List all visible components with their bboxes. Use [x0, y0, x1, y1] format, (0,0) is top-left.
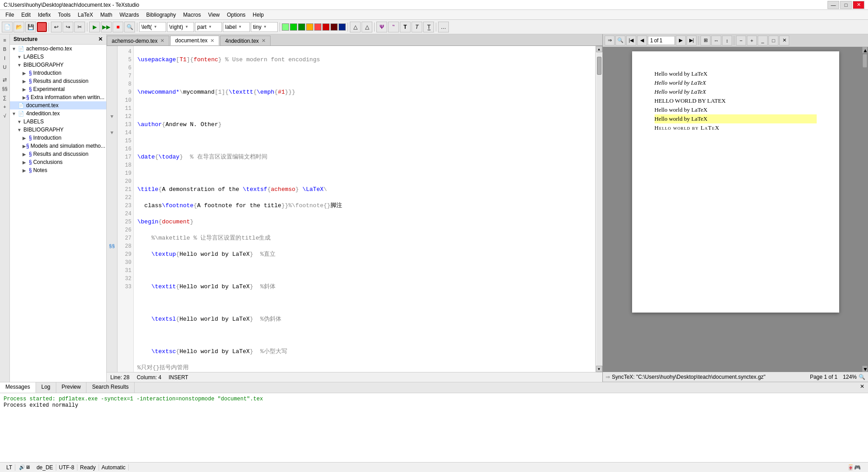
left-icon-2[interactable]: B	[1, 45, 9, 53]
tree-item-intro2[interactable]: ▶ § Introduction	[10, 134, 106, 142]
color1[interactable]	[282, 23, 289, 31]
tree-item-bibliography2[interactable]: ▼ BIBLIOGRAPHY	[10, 126, 106, 134]
nav-prev-btn[interactable]: ◀	[637, 36, 647, 45]
tri2[interactable]: △	[362, 22, 372, 32]
tree-item-models[interactable]: ▶ § Models and simulation metho...	[10, 142, 106, 150]
fold-24[interactable]	[108, 210, 117, 218]
nav-last-btn[interactable]: ▶|	[687, 36, 696, 45]
tree-item-document[interactable]: 📄 document.tex	[10, 101, 106, 109]
fold-26[interactable]	[108, 226, 117, 234]
zoom-in-btn[interactable]: 🔍	[615, 36, 625, 45]
fold-11[interactable]	[108, 104, 117, 113]
size-dropdown[interactable]: tiny	[251, 22, 278, 32]
fold-32[interactable]	[108, 275, 117, 283]
menu-latex[interactable]: LaTeX	[74, 11, 97, 19]
text-btn[interactable]: T	[400, 22, 411, 32]
structure-close[interactable]: ✕	[98, 36, 103, 42]
menu-math[interactable]: Math	[97, 11, 116, 19]
tree-item-extra[interactable]: ▶ § Extra information when writin...	[10, 93, 106, 101]
menu-view[interactable]: View	[204, 11, 223, 19]
messages-close-button[interactable]: ✕	[856, 382, 868, 393]
left-icon-6[interactable]: §§	[1, 85, 9, 93]
save-button[interactable]: 💾	[25, 22, 36, 32]
tree-item-experimental[interactable]: ▶ § Experimental	[10, 85, 106, 93]
text2-btn[interactable]: T	[411, 22, 422, 32]
msg-tab-messages[interactable]: Messages	[0, 382, 36, 393]
fold-30[interactable]	[108, 259, 117, 267]
menu-edit[interactable]: Edit	[18, 11, 34, 19]
menu-options[interactable]: Options	[223, 11, 249, 19]
right-scrollbar[interactable]: ▲ ▼	[595, 46, 602, 372]
left-icon-5[interactable]: ⇄	[1, 76, 9, 84]
view-fit-btn[interactable]: ⊞	[701, 36, 710, 45]
fold-6[interactable]	[108, 64, 117, 72]
win-max-btn[interactable]: □	[769, 36, 778, 45]
fold-13[interactable]	[108, 121, 117, 129]
fold-29[interactable]	[108, 250, 117, 259]
fold-22[interactable]	[108, 194, 117, 202]
cut-button[interactable]: ✂	[74, 22, 85, 32]
tree-item-intro1[interactable]: ▶ § Introduction	[10, 69, 106, 77]
tab-achemso-close[interactable]: ✕	[160, 38, 164, 44]
fold-23[interactable]	[108, 202, 117, 210]
preview-scroll-thumb[interactable]	[863, 54, 867, 68]
tree-item-labels2[interactable]: ▼ LABELS	[10, 118, 106, 126]
win-min-btn[interactable]: _	[758, 36, 768, 45]
fold-25[interactable]	[108, 218, 117, 226]
color8[interactable]	[339, 23, 346, 31]
color4[interactable]	[306, 23, 313, 31]
fold-14[interactable]: ▼	[108, 129, 117, 137]
fold-5[interactable]	[108, 56, 117, 64]
maximize-button[interactable]: □	[840, 1, 852, 9]
tree-item-labels1[interactable]: ▼ LABELS	[10, 53, 106, 61]
tree-item-results2[interactable]: ▶ § Results and discussion	[10, 150, 106, 158]
scroll-up[interactable]: ▲	[596, 46, 602, 52]
menu-bibliography[interactable]: Bibliography	[143, 11, 180, 19]
open-button[interactable]: 📂	[14, 22, 24, 32]
msg-tab-preview[interactable]: Preview	[56, 382, 87, 393]
menu-tools[interactable]: Tools	[54, 11, 74, 19]
right-bracket-dropdown[interactable]: \right)	[167, 22, 194, 32]
left-icon-9[interactable]: √	[1, 112, 9, 120]
fold-15[interactable]	[108, 137, 117, 145]
fold-21[interactable]	[108, 186, 117, 194]
fold-31[interactable]	[108, 267, 117, 275]
new-button[interactable]: 📄	[2, 22, 13, 32]
left-icon-8[interactable]: +	[1, 103, 9, 111]
preview-scroll-down[interactable]: ▼	[862, 366, 868, 372]
tri1[interactable]: △	[350, 22, 361, 32]
fold-28[interactable]: §§	[108, 242, 117, 250]
label-dropdown[interactable]: label	[223, 22, 250, 32]
menu-file[interactable]: File	[2, 11, 18, 19]
fold-18[interactable]	[108, 161, 117, 169]
fold-8[interactable]	[108, 80, 117, 88]
synctex-forward-btn[interactable]: ⇒	[605, 36, 615, 45]
tab-document-close[interactable]: ✕	[210, 38, 214, 44]
tree-item-bibliography1[interactable]: ▼ BIBLIOGRAPHY	[10, 61, 106, 69]
scroll-down[interactable]: ▼	[596, 366, 602, 372]
preview-right-scrollbar[interactable]: ▲ ▼	[862, 47, 868, 372]
left-icon-7[interactable]: ∑	[1, 94, 9, 102]
search-button[interactable]: 🔍	[124, 22, 135, 32]
tab-document[interactable]: document.tex ✕	[170, 36, 219, 45]
undo-button[interactable]: ↩	[51, 22, 62, 32]
page-num-box[interactable]: 1 of 1	[648, 36, 675, 45]
nav-next-btn[interactable]: ▶	[676, 36, 686, 45]
stop-button[interactable]: ■	[113, 22, 123, 32]
text3-btn[interactable]: T̲	[423, 22, 434, 32]
tree-item-results1[interactable]: ▶ § Results and discussion	[10, 77, 106, 85]
redo-button[interactable]: ↪	[63, 22, 73, 32]
tab-achemso[interactable]: achemso-demo.tex ✕	[107, 36, 169, 45]
win-close-btn[interactable]: ✕	[779, 36, 789, 45]
more-btn[interactable]: …	[438, 22, 449, 32]
tree-item-conclusions[interactable]: ▶ § Conclusions	[10, 158, 106, 166]
fold-16[interactable]	[108, 145, 117, 153]
fold-33[interactable]	[108, 283, 117, 291]
scroll-track[interactable]	[597, 52, 602, 366]
run-button[interactable]: ▶	[89, 22, 100, 32]
view-width-btn[interactable]: ↔	[711, 36, 721, 45]
code-content[interactable]: \usepackage[T1]{fontenc} % Use modern fo…	[134, 46, 595, 372]
tree-item-4nded[interactable]: ▼ 📄 4ndedition.tex	[10, 109, 106, 118]
close-button[interactable]: ✕	[853, 1, 864, 9]
zoom-in2-btn[interactable]: +	[747, 36, 757, 45]
